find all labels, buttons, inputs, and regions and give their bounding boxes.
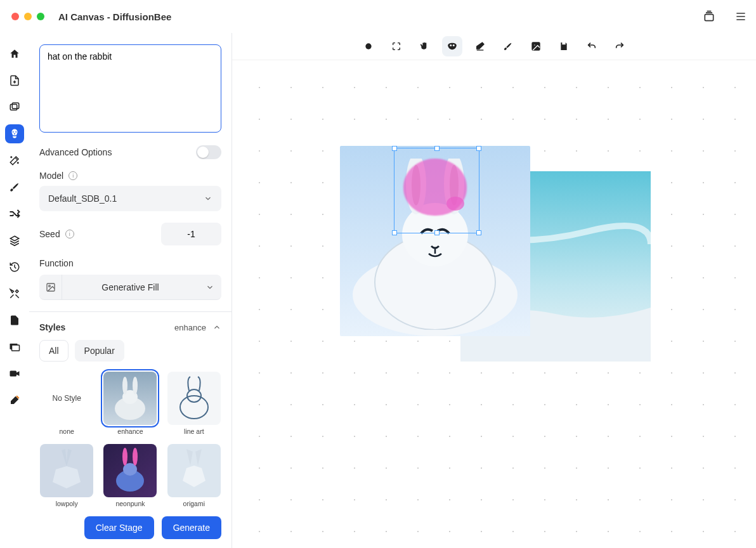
style-card-enhance[interactable]: enhance <box>103 372 157 435</box>
nav-brush-icon[interactable] <box>5 178 24 197</box>
styles-heading: Styles <box>39 322 65 332</box>
svg-point-10 <box>48 285 50 287</box>
tool-undo-icon[interactable] <box>582 36 602 56</box>
svg-point-28 <box>450 44 452 46</box>
tab-all[interactable]: All <box>39 340 68 362</box>
resize-handle[interactable] <box>476 230 481 235</box>
nav-gallery-icon[interactable] <box>5 337 24 356</box>
nav-canvas-icon[interactable] <box>5 124 24 143</box>
nav-layers-icon[interactable] <box>5 231 24 250</box>
maximize-window-button[interactable] <box>37 13 44 20</box>
svg-point-27 <box>365 43 371 49</box>
svg-point-3 <box>13 131 14 133</box>
svg-point-4 <box>15 131 16 133</box>
style-card-none[interactable]: No Style none <box>39 372 94 435</box>
style-caption: origami <box>183 500 205 507</box>
chevron-down-icon <box>204 194 212 203</box>
generate-button[interactable]: Generate <box>162 516 221 539</box>
close-window-button[interactable] <box>11 13 19 20</box>
clear-stage-button[interactable]: Clear Stage <box>84 516 154 539</box>
style-card-neonpunk[interactable]: neonpunk <box>103 444 157 507</box>
svg-marker-26 <box>195 449 202 466</box>
model-value: Default_SDB_0.1 <box>48 193 117 204</box>
function-select[interactable]: Generative Fill <box>39 275 221 300</box>
nav-document-icon[interactable] <box>5 311 24 330</box>
divider <box>29 311 231 312</box>
resize-handle[interactable] <box>392 146 397 151</box>
style-card-lineart[interactable]: line art <box>167 372 221 435</box>
advanced-options-label: Advanced Options <box>39 147 112 157</box>
style-caption: neonpunk <box>115 500 145 507</box>
svg-point-29 <box>453 44 455 46</box>
svg-point-5 <box>14 133 15 134</box>
nav-home-icon[interactable] <box>5 44 24 63</box>
resize-handle[interactable] <box>476 146 481 151</box>
prompt-input[interactable] <box>39 44 221 133</box>
chevron-down-icon <box>205 283 214 292</box>
nav-tools-icon[interactable] <box>5 284 24 303</box>
style-caption: lowpoly <box>56 500 78 507</box>
style-card-lowpoly[interactable]: lowpoly <box>39 444 94 507</box>
svg-point-14 <box>133 377 138 395</box>
svg-point-22 <box>122 448 127 466</box>
svg-rect-0 <box>705 15 713 21</box>
nav-build-icon[interactable] <box>5 391 24 410</box>
menu-icon[interactable] <box>734 10 747 23</box>
svg-point-23 <box>133 448 138 466</box>
svg-marker-25 <box>186 449 193 466</box>
nav-video-icon[interactable] <box>5 364 24 383</box>
tool-hand-icon[interactable] <box>414 36 434 56</box>
canvas-stage[interactable] <box>232 60 756 548</box>
tool-expand-icon[interactable] <box>386 36 407 56</box>
window-title: AI Canvas - DiffusionBee <box>58 11 171 22</box>
nav-shuffle-icon[interactable] <box>5 204 24 223</box>
traffic-lights <box>11 13 44 20</box>
no-style-label: No Style <box>52 394 81 403</box>
seed-label: Seed <box>39 229 60 239</box>
svg-point-15 <box>180 396 208 419</box>
info-icon[interactable]: i <box>68 171 77 180</box>
nav-rail <box>0 33 29 548</box>
model-label: Model <box>39 171 63 181</box>
svg-point-13 <box>122 377 127 395</box>
resize-handle[interactable] <box>434 230 440 235</box>
tab-popular[interactable]: Popular <box>75 340 124 362</box>
stacks-icon[interactable] <box>703 10 715 23</box>
tool-eraser-icon[interactable] <box>470 36 490 56</box>
nav-history-icon[interactable] <box>5 258 24 277</box>
nav-file-plus-icon[interactable] <box>5 71 24 90</box>
tool-circle-icon[interactable] <box>358 36 379 56</box>
model-select[interactable]: Default_SDB_0.1 <box>39 186 221 211</box>
svg-marker-17 <box>53 466 81 488</box>
style-caption: none <box>59 427 74 435</box>
resize-handle[interactable] <box>392 230 397 235</box>
svg-rect-1 <box>10 105 17 110</box>
title-bar: AI Canvas - DiffusionBee <box>0 0 756 33</box>
tool-image-icon[interactable] <box>526 36 546 56</box>
svg-rect-7 <box>12 345 20 351</box>
tool-save-icon[interactable] <box>554 36 574 56</box>
chevron-up-icon[interactable] <box>212 323 221 332</box>
svg-marker-24 <box>183 466 205 487</box>
svg-marker-19 <box>67 449 72 466</box>
svg-point-31 <box>534 44 536 46</box>
resize-handle[interactable] <box>434 146 440 151</box>
info-icon[interactable]: i <box>65 230 74 238</box>
nav-images-icon[interactable] <box>5 98 24 117</box>
svg-marker-18 <box>62 449 67 466</box>
advanced-options-toggle[interactable] <box>196 145 221 159</box>
tool-redo-icon[interactable] <box>609 36 630 56</box>
function-label: Function <box>39 258 74 268</box>
selection-box[interactable] <box>394 148 479 233</box>
style-caption: line art <box>184 427 204 435</box>
tool-mask-icon[interactable] <box>442 36 462 56</box>
function-value: Generative Fill <box>62 282 199 292</box>
image-icon <box>46 282 56 292</box>
tool-brush-icon[interactable] <box>498 36 518 56</box>
svg-rect-2 <box>12 103 19 108</box>
minimize-window-button[interactable] <box>24 13 32 20</box>
nav-magic-wand-icon[interactable] <box>5 151 24 170</box>
seed-input[interactable] <box>161 223 221 245</box>
style-caption: enhance <box>117 427 143 435</box>
style-card-origami[interactable]: origami <box>167 444 221 507</box>
